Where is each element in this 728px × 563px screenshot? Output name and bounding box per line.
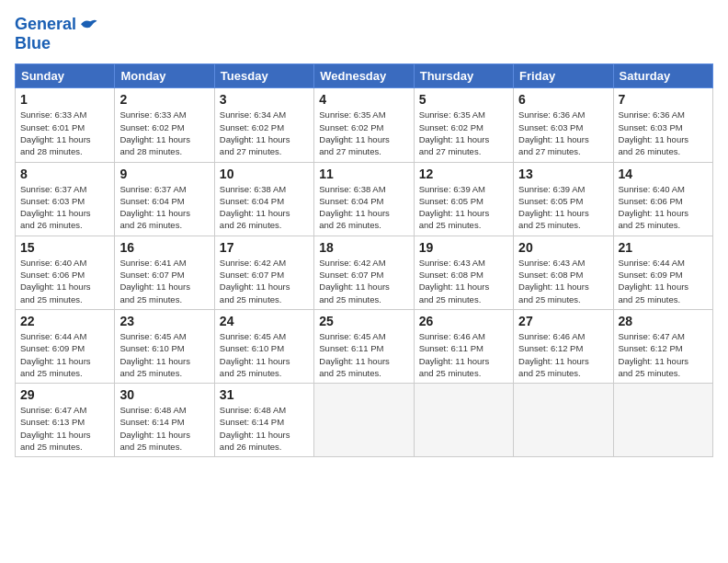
- day-number: 7: [619, 92, 708, 107]
- day-info: Sunrise: 6:46 AM Sunset: 6:11 PM Dayligh…: [419, 330, 508, 379]
- day-number: 2: [119, 92, 209, 107]
- column-header-saturday: Saturday: [613, 64, 712, 88]
- day-info: Sunrise: 6:46 AM Sunset: 6:12 PM Dayligh…: [518, 330, 608, 379]
- day-info: Sunrise: 6:37 AM Sunset: 6:03 PM Dayligh…: [20, 183, 109, 232]
- day-number: 30: [119, 387, 209, 402]
- calendar-cell: 6Sunrise: 6:36 AM Sunset: 6:03 PM Daylig…: [514, 88, 613, 162]
- day-number: 13: [518, 167, 608, 181]
- calendar-cell: 14Sunrise: 6:40 AM Sunset: 6:06 PM Dayli…: [613, 162, 712, 236]
- column-header-friday: Friday: [514, 64, 613, 88]
- day-number: 5: [419, 92, 508, 107]
- day-number: 3: [220, 92, 309, 107]
- day-number: 25: [319, 314, 408, 328]
- calendar-week-5: 29Sunrise: 6:47 AM Sunset: 6:13 PM Dayli…: [16, 384, 713, 457]
- calendar-cell: 4Sunrise: 6:35 AM Sunset: 6:02 PM Daylig…: [314, 88, 414, 162]
- calendar-cell: 2Sunrise: 6:33 AM Sunset: 6:02 PM Daylig…: [115, 88, 214, 162]
- day-info: Sunrise: 6:40 AM Sunset: 6:06 PM Dayligh…: [20, 257, 109, 305]
- calendar-cell: 17Sunrise: 6:42 AM Sunset: 6:07 PM Dayli…: [214, 236, 313, 309]
- day-info: Sunrise: 6:39 AM Sunset: 6:05 PM Dayligh…: [518, 183, 608, 232]
- calendar-cell: 3Sunrise: 6:34 AM Sunset: 6:02 PM Daylig…: [214, 88, 313, 162]
- day-info: Sunrise: 6:42 AM Sunset: 6:07 PM Dayligh…: [319, 257, 408, 305]
- day-info: Sunrise: 6:36 AM Sunset: 6:03 PM Dayligh…: [619, 109, 708, 157]
- column-header-sunday: Sunday: [16, 64, 115, 88]
- page-header: General Blue: [15, 15, 713, 52]
- day-info: Sunrise: 6:45 AM Sunset: 6:11 PM Dayligh…: [319, 330, 408, 379]
- day-info: Sunrise: 6:47 AM Sunset: 6:13 PM Dayligh…: [20, 404, 109, 453]
- day-info: Sunrise: 6:43 AM Sunset: 6:08 PM Dayligh…: [419, 257, 508, 305]
- day-number: 26: [419, 314, 508, 328]
- day-number: 15: [20, 240, 109, 255]
- day-number: 18: [319, 240, 408, 255]
- day-info: Sunrise: 6:38 AM Sunset: 6:04 PM Dayligh…: [319, 183, 408, 232]
- column-header-monday: Monday: [115, 64, 214, 88]
- day-info: Sunrise: 6:37 AM Sunset: 6:04 PM Dayligh…: [119, 183, 209, 232]
- day-number: 12: [419, 167, 508, 181]
- day-number: 27: [518, 314, 608, 328]
- day-info: Sunrise: 6:35 AM Sunset: 6:02 PM Dayligh…: [319, 109, 408, 157]
- day-number: 24: [220, 314, 309, 328]
- calendar-week-1: 1Sunrise: 6:33 AM Sunset: 6:01 PM Daylig…: [16, 88, 713, 162]
- day-number: 20: [518, 240, 608, 255]
- calendar-cell: 5Sunrise: 6:35 AM Sunset: 6:02 PM Daylig…: [414, 88, 513, 162]
- day-info: Sunrise: 6:42 AM Sunset: 6:07 PM Dayligh…: [220, 257, 309, 305]
- calendar-cell: [314, 384, 414, 457]
- calendar-cell: 25Sunrise: 6:45 AM Sunset: 6:11 PM Dayli…: [314, 309, 414, 383]
- day-number: 19: [419, 240, 508, 255]
- logo-bird-icon: [78, 17, 98, 32]
- calendar-cell: 31Sunrise: 6:48 AM Sunset: 6:14 PM Dayli…: [214, 384, 313, 457]
- day-info: Sunrise: 6:40 AM Sunset: 6:06 PM Dayligh…: [619, 183, 708, 232]
- day-number: 21: [619, 240, 708, 255]
- day-info: Sunrise: 6:43 AM Sunset: 6:08 PM Dayligh…: [518, 257, 608, 305]
- calendar-cell: 27Sunrise: 6:46 AM Sunset: 6:12 PM Dayli…: [514, 309, 613, 383]
- calendar-cell: 13Sunrise: 6:39 AM Sunset: 6:05 PM Dayli…: [514, 162, 613, 236]
- day-info: Sunrise: 6:33 AM Sunset: 6:02 PM Dayligh…: [119, 109, 209, 157]
- calendar-table: SundayMondayTuesdayWednesdayThursdayFrid…: [15, 63, 713, 457]
- day-number: 28: [619, 314, 708, 328]
- column-header-thursday: Thursday: [414, 64, 513, 88]
- day-info: Sunrise: 6:39 AM Sunset: 6:05 PM Dayligh…: [419, 183, 508, 232]
- calendar-cell: 16Sunrise: 6:41 AM Sunset: 6:07 PM Dayli…: [115, 236, 214, 309]
- day-info: Sunrise: 6:48 AM Sunset: 6:14 PM Dayligh…: [119, 404, 209, 453]
- day-number: 22: [20, 314, 109, 328]
- day-number: 4: [319, 92, 408, 107]
- calendar-cell: [613, 384, 712, 457]
- calendar-week-4: 22Sunrise: 6:44 AM Sunset: 6:09 PM Dayli…: [16, 309, 713, 383]
- calendar-cell: 7Sunrise: 6:36 AM Sunset: 6:03 PM Daylig…: [613, 88, 712, 162]
- day-info: Sunrise: 6:45 AM Sunset: 6:10 PM Dayligh…: [119, 330, 209, 379]
- column-header-tuesday: Tuesday: [214, 64, 313, 88]
- day-number: 31: [220, 387, 309, 402]
- day-info: Sunrise: 6:44 AM Sunset: 6:09 PM Dayligh…: [619, 257, 708, 305]
- calendar-cell: [414, 384, 513, 457]
- calendar-cell: 9Sunrise: 6:37 AM Sunset: 6:04 PM Daylig…: [115, 162, 214, 236]
- calendar-cell: 11Sunrise: 6:38 AM Sunset: 6:04 PM Dayli…: [314, 162, 414, 236]
- calendar-cell: 8Sunrise: 6:37 AM Sunset: 6:03 PM Daylig…: [16, 162, 115, 236]
- day-number: 10: [220, 167, 309, 181]
- day-info: Sunrise: 6:47 AM Sunset: 6:12 PM Dayligh…: [619, 330, 708, 379]
- day-number: 1: [20, 92, 109, 107]
- day-number: 16: [119, 240, 209, 255]
- calendar-week-2: 8Sunrise: 6:37 AM Sunset: 6:03 PM Daylig…: [16, 162, 713, 236]
- day-number: 9: [119, 167, 209, 181]
- calendar-cell: 21Sunrise: 6:44 AM Sunset: 6:09 PM Dayli…: [613, 236, 712, 309]
- calendar-cell: [514, 384, 613, 457]
- calendar-week-3: 15Sunrise: 6:40 AM Sunset: 6:06 PM Dayli…: [16, 236, 713, 309]
- calendar-cell: 23Sunrise: 6:45 AM Sunset: 6:10 PM Dayli…: [115, 309, 214, 383]
- calendar-cell: 15Sunrise: 6:40 AM Sunset: 6:06 PM Dayli…: [16, 236, 115, 309]
- day-number: 29: [20, 387, 109, 402]
- day-number: 8: [20, 167, 109, 181]
- calendar-cell: 10Sunrise: 6:38 AM Sunset: 6:04 PM Dayli…: [214, 162, 313, 236]
- column-header-wednesday: Wednesday: [314, 64, 414, 88]
- calendar-cell: 19Sunrise: 6:43 AM Sunset: 6:08 PM Dayli…: [414, 236, 513, 309]
- day-number: 11: [319, 167, 408, 181]
- day-info: Sunrise: 6:48 AM Sunset: 6:14 PM Dayligh…: [220, 404, 309, 453]
- day-number: 14: [619, 167, 708, 181]
- day-info: Sunrise: 6:34 AM Sunset: 6:02 PM Dayligh…: [220, 109, 309, 157]
- day-info: Sunrise: 6:33 AM Sunset: 6:01 PM Dayligh…: [20, 109, 109, 157]
- calendar-cell: 18Sunrise: 6:42 AM Sunset: 6:07 PM Dayli…: [314, 236, 414, 309]
- calendar-cell: 24Sunrise: 6:45 AM Sunset: 6:10 PM Dayli…: [214, 309, 313, 383]
- day-number: 17: [220, 240, 309, 255]
- calendar-cell: 30Sunrise: 6:48 AM Sunset: 6:14 PM Dayli…: [115, 384, 214, 457]
- day-number: 6: [518, 92, 608, 107]
- calendar-cell: 1Sunrise: 6:33 AM Sunset: 6:01 PM Daylig…: [16, 88, 115, 162]
- calendar-cell: 28Sunrise: 6:47 AM Sunset: 6:12 PM Dayli…: [613, 309, 712, 383]
